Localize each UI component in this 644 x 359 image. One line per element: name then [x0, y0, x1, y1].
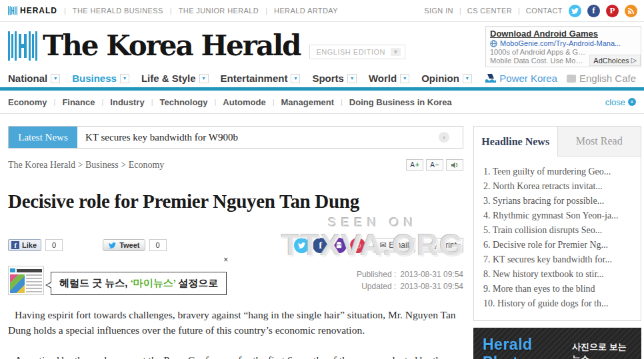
tweet-button[interactable]: Tweet	[103, 239, 145, 251]
font-increase-button[interactable]: A+	[406, 159, 423, 171]
bubble-text: 헤럴드 굿 뉴스,	[59, 277, 131, 288]
adchoices-badge[interactable]: AdChoices ▷	[589, 55, 641, 66]
tab-headline-news[interactable]: Headline News	[474, 127, 557, 157]
watermark-line1: SEEN ON	[273, 215, 473, 230]
site-title: The Korea Herald	[43, 29, 300, 62]
facebook-like-button[interactable]: fLike 0	[8, 239, 63, 251]
font-decrease-button[interactable]: A−	[426, 159, 443, 171]
ticker-headline[interactable]: KT secures key bandwidth for W900b	[85, 132, 238, 143]
nav-item-national[interactable]: National▾	[8, 73, 60, 84]
twitter-icon[interactable]	[569, 5, 581, 17]
topbar-link-junior-herald[interactable]: THE JUNIOR HERALD	[179, 7, 259, 15]
subnav-item-management[interactable]: Management	[281, 97, 334, 107]
sign-in-link[interactable]: SIGN IN	[424, 7, 453, 15]
article-paragraph: Having espirit fort towards challenges, …	[8, 307, 463, 338]
close-button[interactable]: close ×	[605, 97, 636, 107]
headline-item[interactable]: 4. Rhythmic gymnast Son Yeon-ja...	[483, 208, 631, 223]
listen-button[interactable]	[446, 159, 463, 171]
nav-item-world[interactable]: World▾	[369, 73, 409, 84]
herald-photo-widget[interactable]: Herald Photo 사진으로 보는 뉴스	[473, 328, 641, 359]
divider: |	[273, 98, 275, 106]
chevron-down-icon[interactable]: ▾	[347, 74, 357, 83]
ad-banner[interactable]: Download Android Games MoboGenie.com/Try…	[485, 26, 641, 67]
headline-item[interactable]: 1. Teen guilty of murdering Geo...	[483, 165, 631, 179]
english-cafe-link[interactable]: English Cafe	[567, 73, 636, 84]
divider: |	[54, 98, 56, 106]
headline-item[interactable]: 10. History of guide dogs for th...	[483, 296, 631, 311]
envelope-icon: ✉	[379, 240, 386, 250]
topbar-link-herald-artday[interactable]: HERALD ARTDAY	[274, 7, 338, 15]
chevron-down-icon[interactable]: ▾	[291, 74, 300, 83]
rss-icon[interactable]	[625, 5, 637, 17]
nav-item-life-style[interactable]: Life & Style▾	[141, 73, 209, 84]
business-subnav: Economy| Finance| Industry| Technology| …	[0, 91, 644, 114]
main-navigation: National▾ Business▾ Life & Style▾ Entert…	[0, 69, 644, 87]
adchoices-arrow-icon: ▷	[631, 56, 637, 65]
tab-most-read[interactable]: Most Read	[557, 127, 641, 157]
ticker-next-icon[interactable]: ›	[439, 132, 449, 143]
chevron-down-icon: ▼	[391, 48, 401, 56]
breadcrumb[interactable]: The Korea Herald > Business > Economy	[8, 160, 164, 171]
chevron-down-icon[interactable]: ▾	[463, 74, 472, 83]
contact-link[interactable]: CONTACT	[526, 7, 563, 15]
nav-item-opinion[interactable]: Opinion▾	[421, 73, 472, 84]
me2day-share-icon[interactable]	[331, 238, 347, 253]
divider: |	[170, 7, 172, 15]
article-timestamps: Published :2013-08-31 09:54 Updated :201…	[357, 266, 463, 295]
twitter-share-icon[interactable]	[294, 238, 309, 253]
headline-item[interactable]: 2. North Korea retracts invitat...	[483, 179, 631, 194]
nav-item-sports[interactable]: Sports▾	[312, 73, 357, 84]
close-icon: ×	[628, 98, 636, 106]
ad-url[interactable]: MoboGenie.com/Try-Android-Mana...	[490, 39, 637, 47]
email-button[interactable]: ✉Email	[373, 238, 415, 252]
latest-news-tab[interactable]: Latest News	[9, 127, 77, 148]
headline-item[interactable]: 3. Syrians bracing for possible...	[483, 194, 631, 208]
subnav-item-technology[interactable]: Technology	[160, 97, 208, 107]
print-button[interactable]: Print	[423, 238, 463, 252]
headline-item[interactable]: 7. KT secures key bandwidth for...	[483, 252, 631, 267]
subnav-item-economy[interactable]: Economy	[8, 97, 47, 107]
mynews-bubble[interactable]: 헤럴드 굿 뉴스, ‘마이뉴스’ 설정으로	[51, 272, 227, 295]
mynews-banner[interactable]: × 헤럴드 굿 뉴스, ‘마이뉴스’ 설정으로	[8, 266, 227, 295]
cs-center-link[interactable]: CS CENTER	[467, 7, 512, 15]
herald-mini-logo[interactable]: HERALD	[8, 6, 57, 15]
chevron-down-icon[interactable]: ▾	[120, 74, 129, 83]
font-larger-label: A	[410, 161, 415, 169]
nav-item-business[interactable]: Business▾	[72, 73, 129, 84]
twitter-bird-icon	[108, 242, 117, 249]
herald-mark-icon	[8, 31, 37, 61]
newspaper-thumbnail	[8, 266, 44, 295]
headline-item[interactable]: 9. More than eyes to the blind	[483, 282, 631, 296]
headline-item[interactable]: 5. Train collision disrupts Seo...	[483, 223, 631, 238]
subnav-item-doing-business[interactable]: Doing Business in Korea	[349, 97, 452, 107]
tweet-count: 0	[149, 239, 167, 251]
edition-selector[interactable]: ENGLISH EDITION ▼	[309, 45, 405, 59]
subnav-item-automode[interactable]: Automode	[223, 97, 265, 107]
chevron-down-icon[interactable]: ▾	[199, 74, 209, 83]
tweet-label: Tweet	[119, 241, 139, 249]
subnav-item-industry[interactable]: Industry	[110, 97, 144, 107]
minus-icon: −	[435, 161, 439, 169]
nav-item-entertainment[interactable]: Entertainment▾	[221, 73, 301, 84]
facebook-icon[interactable]: f	[587, 5, 600, 17]
headline-item[interactable]: 6. Decisive role for Premier Ng...	[483, 238, 631, 252]
sidebar: Headline News Most Read 1. Teen guilty o…	[473, 114, 641, 359]
herald-logo-label: HERALD	[20, 6, 57, 15]
banner-close-icon[interactable]: ×	[223, 255, 228, 264]
ad-title[interactable]: Download Android Games	[490, 29, 637, 39]
headline-item[interactable]: 8. New history textbook to stir...	[483, 267, 631, 282]
chevron-down-icon[interactable]: ▾	[51, 74, 60, 83]
korea-herald-logo[interactable]: The Korea Herald	[8, 29, 300, 62]
printer-icon	[429, 242, 437, 249]
divider: |	[151, 98, 153, 106]
subnav-item-finance[interactable]: Finance	[62, 97, 95, 107]
cyworld-share-icon[interactable]: ☺	[350, 238, 365, 253]
updated-label: Updated :	[361, 280, 396, 292]
chevron-down-icon[interactable]: ▾	[400, 74, 409, 83]
topbar-link-herald-business[interactable]: THE HERALD BUSINESS	[73, 7, 163, 15]
pinterest-icon[interactable]: P	[606, 5, 619, 17]
facebook-share-icon[interactable]: f	[313, 238, 328, 253]
monitor-icon	[567, 75, 576, 83]
power-korea-link[interactable]: Power Korea	[485, 73, 557, 84]
top-utility-bar: HERALD | THE HERALD BUSINESS | THE JUNIO…	[0, 0, 644, 22]
